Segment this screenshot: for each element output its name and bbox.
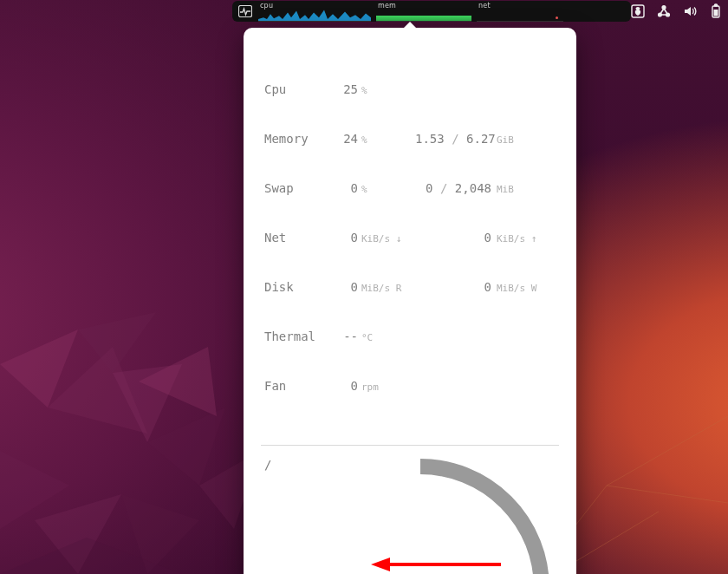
- value-memory-pct: 24: [327, 131, 358, 147]
- row-thermal: Thermal -- °C: [264, 329, 556, 345]
- label-net: Net: [264, 230, 327, 246]
- label-thermal: Thermal: [264, 329, 327, 345]
- value-cpu: 25: [327, 82, 358, 98]
- unit-fan: rpm: [358, 379, 415, 395]
- svg-point-15: [666, 13, 670, 16]
- value-swap-used: 0: [426, 181, 432, 195]
- unit-swap-pct: %: [358, 181, 415, 198]
- system-monitor-popup: Cpu 25 % Memory 24 % 1.53 / 6.27 GiB Swa…: [244, 28, 576, 574]
- svg-rect-18: [714, 10, 718, 16]
- value-swap-pct: 0: [327, 180, 358, 197]
- row-swap: Swap 0 % 0 / 2,048 MiB: [264, 180, 556, 197]
- topbar-net-graph: net: [477, 1, 563, 22]
- label-fan: Fan: [264, 378, 327, 395]
- battery-icon[interactable]: [709, 4, 723, 18]
- value-disk-write: 0: [415, 279, 491, 296]
- value-thermal: --: [327, 329, 358, 345]
- network-icon[interactable]: [657, 4, 671, 18]
- disk-usage-section: /: [249, 446, 571, 574]
- topbar-mem-graph: mem: [376, 1, 471, 22]
- top-bar-status-area[interactable]: [631, 0, 723, 23]
- svg-rect-17: [715, 4, 718, 6]
- unit-net-down: KiB/s ↓: [358, 231, 415, 247]
- label-swap: Swap: [264, 180, 327, 197]
- row-net: Net 0 KiB/s ↓ 0 KiB/s ↑: [264, 230, 556, 246]
- row-cpu: Cpu 25 %: [264, 82, 556, 98]
- label-cpu: Cpu: [264, 82, 327, 98]
- unit-memory-abs: GiB: [491, 132, 514, 148]
- unit-disk-read: MiB/s R: [358, 280, 415, 297]
- system-monitor-indicator[interactable]: cpu mem net: [232, 1, 631, 22]
- unit-thermal: °C: [358, 329, 415, 346]
- unit-cpu: %: [358, 82, 415, 99]
- value-swap-total: 2,048: [455, 181, 491, 195]
- svg-point-14: [659, 13, 662, 16]
- stats-block: Cpu 25 % Memory 24 % 1.53 / 6.27 GiB Swa…: [249, 35, 571, 433]
- unit-memory-pct: %: [358, 132, 415, 148]
- value-net-down: 0: [327, 230, 358, 246]
- row-fan: Fan 0 rpm: [264, 378, 556, 395]
- topbar-cpu-graph: cpu: [258, 1, 371, 22]
- unit-net-up: KiB/s ↑: [491, 231, 536, 247]
- disk-gauge: [282, 449, 559, 574]
- top-bar: cpu mem net: [0, 0, 728, 23]
- row-memory: Memory 24 % 1.53 / 6.27 GiB: [264, 131, 556, 147]
- label-disk: Disk: [264, 279, 327, 296]
- unit-swap-abs: MiB: [491, 181, 514, 198]
- value-net-up: 0: [415, 230, 491, 246]
- flameshot-icon[interactable]: [631, 4, 645, 18]
- unit-disk-write: MiB/s W: [491, 280, 536, 297]
- svg-point-13: [662, 6, 666, 10]
- label-memory: Memory: [264, 131, 327, 147]
- value-memory-used: 1.53: [415, 132, 445, 146]
- value-fan: 0: [327, 378, 358, 395]
- volume-icon[interactable]: [683, 4, 697, 18]
- activity-icon: [237, 3, 253, 19]
- row-disk: Disk 0 MiB/s R 0 MiB/s W: [264, 279, 556, 296]
- value-disk-read: 0: [327, 279, 358, 296]
